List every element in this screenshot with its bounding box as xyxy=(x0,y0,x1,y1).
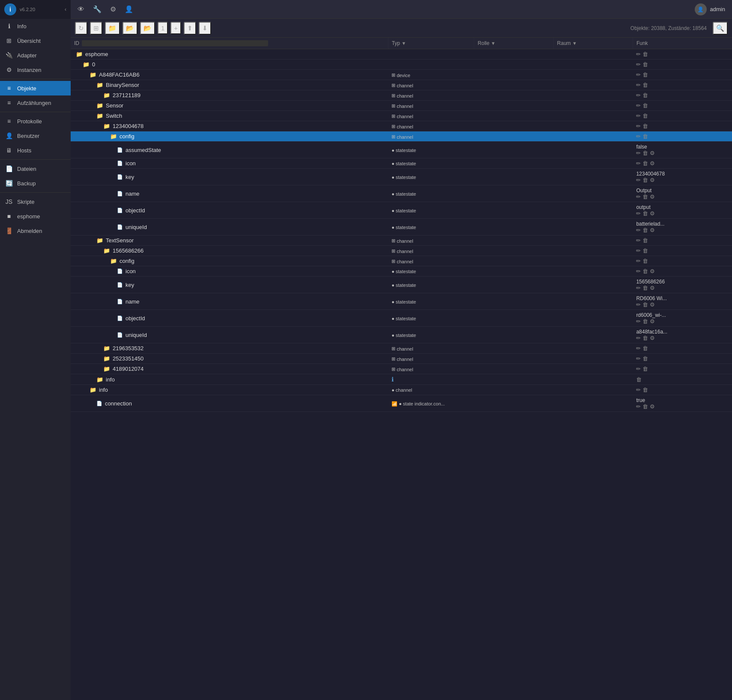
table-row[interactable]: 📁BinarySensor⊞ channel✏🗑 xyxy=(71,80,732,90)
view-grid-button[interactable]: ⊞ xyxy=(90,22,102,35)
table-row[interactable]: 📁2196353532⊞ channel✏🗑 xyxy=(71,343,732,354)
action-edit-18[interactable]: ✏ xyxy=(636,268,641,274)
action-delete-15[interactable]: 🗑 xyxy=(642,237,648,244)
upload-button[interactable]: ⬆ xyxy=(184,22,196,35)
action-edit-24[interactable]: ✏ xyxy=(636,355,641,362)
action-edit-13[interactable]: ✏ xyxy=(636,210,641,217)
action-edit-23[interactable]: ✏ xyxy=(636,345,641,351)
table-row[interactable]: 📁237121189⊞ channel✏🗑 xyxy=(71,90,732,101)
action-config-13[interactable]: ⚙ xyxy=(650,210,655,217)
action-config-19[interactable]: ⚙ xyxy=(650,285,655,291)
table-row[interactable]: 📄icon● statestate✏🗑⚙ xyxy=(71,158,732,169)
action-delete-17[interactable]: 🗑 xyxy=(642,258,648,264)
table-row[interactable]: 📄objectId● statestaterd6006_wi-... ✏🗑⚙ xyxy=(71,310,732,327)
action-delete-12[interactable]: 🗑 xyxy=(642,194,648,200)
table-row[interactable]: 📁Switch⊞ channel✏🗑 xyxy=(71,111,732,121)
table-row[interactable]: 📄name● statestateRD6006 Wi... ✏🗑⚙ xyxy=(71,293,732,310)
action-config-11[interactable]: ⚙ xyxy=(650,177,655,183)
action-edit-19[interactable]: ✏ xyxy=(636,285,641,291)
action-delete-28[interactable]: 🗑 xyxy=(642,403,648,410)
action-delete-21[interactable]: 🗑 xyxy=(642,318,648,325)
table-row[interactable]: 📁1565686266⊞ channel✏🗑 xyxy=(71,246,732,256)
action-config-22[interactable]: ⚙ xyxy=(650,335,655,341)
sidebar-item-skripte[interactable]: JS Skripte xyxy=(0,194,71,209)
action-edit-9[interactable]: ✏ xyxy=(636,150,641,156)
action-delete-16[interactable]: 🗑 xyxy=(642,247,648,254)
action-delete-5[interactable]: 🗑 xyxy=(642,102,648,109)
table-row[interactable]: 📁4189012074⊞ channel✏🗑 xyxy=(71,364,732,374)
topbar-wrench-icon[interactable]: 🔧 xyxy=(93,5,102,13)
action-edit-27[interactable]: ✏ xyxy=(636,387,641,393)
action-edit-14[interactable]: ✏ xyxy=(636,227,641,233)
topbar-eye-icon[interactable]: 👁 xyxy=(78,6,84,13)
sidebar-item-instanzen[interactable]: ⚙ Instanzen xyxy=(0,63,71,77)
add-button[interactable]: + xyxy=(170,22,181,34)
th-type[interactable]: Typ ▼ xyxy=(388,38,474,49)
action-delete-7[interactable]: 🗑 xyxy=(642,123,648,129)
action-delete-23[interactable]: 🗑 xyxy=(642,345,648,351)
table-row[interactable]: 📄key● statestate1565686266 ✏🗑⚙ xyxy=(71,277,732,293)
filter-button[interactable]: 🔍 xyxy=(713,22,728,35)
action-edit-2[interactable]: ✏ xyxy=(636,71,641,78)
topbar-user-icon[interactable]: 👤 xyxy=(125,5,133,13)
sidebar-item-adapter[interactable]: 🔌 Adapter xyxy=(0,48,71,63)
action-edit-1[interactable]: ✏ xyxy=(636,61,641,68)
action-delete-19[interactable]: 🗑 xyxy=(642,285,648,291)
table-row[interactable]: 📄uniqueId● statestatea848fac16a... ✏🗑⚙ xyxy=(71,327,732,343)
table-row[interactable]: 📁A848FAC16AB6⊞ device✏🗑 xyxy=(71,70,732,80)
action-delete-27[interactable]: 🗑 xyxy=(642,387,648,393)
action-config-12[interactable]: ⚙ xyxy=(650,194,655,200)
sidebar-item-abmelden[interactable]: 🚪 Abmelden xyxy=(0,223,71,238)
action-delete-26[interactable]: 🗑 xyxy=(636,376,642,383)
table-row[interactable]: 📄key● statestate1234004678 ✏🗑⚙ xyxy=(71,169,732,185)
action-config-9[interactable]: ⚙ xyxy=(650,150,655,156)
action-config-14[interactable]: ⚙ xyxy=(650,227,655,233)
table-row[interactable]: 📄connection📶 ● state indicator.con...tru… xyxy=(71,395,732,412)
refresh-button[interactable]: ↻ xyxy=(75,22,87,35)
download-button[interactable]: ⬇ xyxy=(199,22,211,35)
action-edit-4[interactable]: ✏ xyxy=(636,92,641,98)
action-edit-16[interactable]: ✏ xyxy=(636,247,641,254)
sidebar-item-aufzaehlungen[interactable]: ≡ Aufzählungen xyxy=(0,95,71,110)
action-delete-13[interactable]: 🗑 xyxy=(642,210,648,217)
sidebar-item-hosts[interactable]: 🖥 Hosts xyxy=(0,143,71,158)
action-edit-22[interactable]: ✏ xyxy=(636,335,641,341)
action-edit-3[interactable]: ✏ xyxy=(636,82,641,88)
action-edit-12[interactable]: ✏ xyxy=(636,194,641,200)
sidebar-item-dateien[interactable]: 📄 Dateien xyxy=(0,161,71,176)
table-row[interactable]: 📁infoℹ🗑 xyxy=(71,374,732,385)
action-config-10[interactable]: ⚙ xyxy=(650,160,655,167)
action-edit-8[interactable]: ✏ xyxy=(636,133,641,140)
table-row[interactable]: 📁Sensor⊞ channel✏🗑 xyxy=(71,101,732,111)
th-role[interactable]: Rolle ▼ xyxy=(474,38,553,49)
action-delete-0[interactable]: 🗑 xyxy=(642,51,648,57)
table-row[interactable]: 📁config⊞ channel✏🗑 xyxy=(71,256,732,266)
sidebar-item-objekte[interactable]: ≡ Objekte xyxy=(0,81,71,95)
action-delete-25[interactable]: 🗑 xyxy=(642,366,648,372)
action-edit-10[interactable]: ✏ xyxy=(636,160,641,167)
view-folder-button[interactable]: 📁 xyxy=(105,22,120,35)
table-row[interactable]: 📁esphome✏🗑 xyxy=(71,49,732,60)
table-row[interactable]: 📁1234004678⊞ channel✏🗑 xyxy=(71,121,732,131)
action-edit-11[interactable]: ✏ xyxy=(636,177,641,183)
action-config-21[interactable]: ⚙ xyxy=(650,318,655,325)
action-delete-11[interactable]: 🗑 xyxy=(642,177,648,183)
sidebar-item-uebersicht[interactable]: ⊞ Übersicht xyxy=(0,33,71,48)
action-delete-14[interactable]: 🗑 xyxy=(642,227,648,233)
view-folder-blue-button[interactable]: 📂 xyxy=(140,22,155,35)
action-edit-28[interactable]: ✏ xyxy=(636,403,641,410)
action-edit-6[interactable]: ✏ xyxy=(636,113,641,119)
table-row[interactable]: 📁config⊞ channel✏🗑 xyxy=(71,131,732,142)
table-row[interactable]: 📄objectId● statestateoutput ✏🗑⚙ xyxy=(71,202,732,219)
sidebar-item-esphome[interactable]: ■ esphome xyxy=(0,209,71,223)
action-edit-25[interactable]: ✏ xyxy=(636,366,641,372)
table-row[interactable]: 📄assumedState● statestatefalse ✏🗑⚙ xyxy=(71,142,732,158)
action-edit-17[interactable]: ✏ xyxy=(636,258,641,264)
table-row[interactable]: 📁2523351450⊞ channel✏🗑 xyxy=(71,354,732,364)
action-delete-1[interactable]: 🗑 xyxy=(642,61,648,68)
id-filter-input[interactable] xyxy=(82,40,268,46)
sidebar-item-protokolle[interactable]: ≡ Protokolle xyxy=(0,114,71,128)
table-row[interactable]: 📁TextSensor⊞ channel✏🗑 xyxy=(71,235,732,246)
action-delete-9[interactable]: 🗑 xyxy=(642,150,648,156)
action-delete-18[interactable]: 🗑 xyxy=(642,268,648,274)
